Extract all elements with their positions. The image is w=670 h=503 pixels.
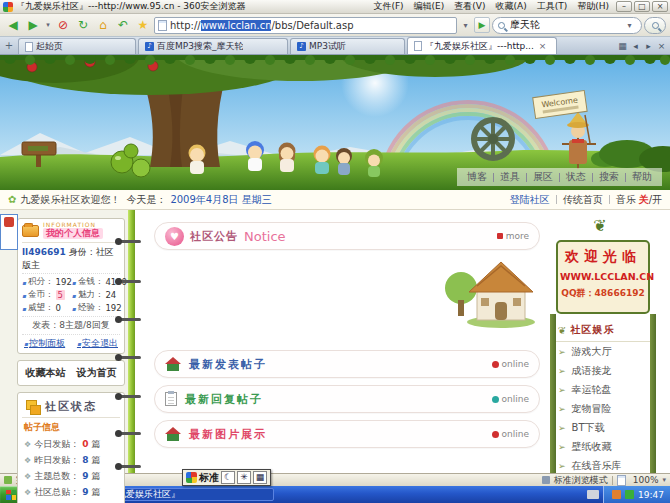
bookmark-site-link[interactable]: 收藏本站 bbox=[26, 366, 66, 380]
url-prefix: http:// bbox=[170, 20, 201, 31]
music-on-toggle[interactable]: /开 bbox=[649, 193, 662, 207]
tab-close-all-icon[interactable]: × bbox=[655, 41, 668, 51]
windows-flag-icon bbox=[6, 490, 16, 500]
user-info-panel: INFORMATION 我的个人信息 ll496691 身份：社区版主 ▪积分：… bbox=[17, 218, 125, 354]
music-off-toggle[interactable]: 关 bbox=[639, 193, 649, 207]
keyboard-tray-icon[interactable] bbox=[587, 490, 599, 499]
tab-list-icon[interactable]: ▦ bbox=[616, 41, 629, 51]
close-button[interactable]: × bbox=[652, 1, 668, 12]
search-icon bbox=[498, 22, 505, 29]
home-button[interactable]: ⌂ bbox=[94, 16, 112, 34]
minimize-button[interactable]: – bbox=[616, 1, 632, 12]
arrow-icon: ➢ bbox=[558, 404, 566, 414]
address-input[interactable]: http://www.lcclan.cn/bbs/Default.asp bbox=[154, 17, 457, 34]
menu-item-game-hall[interactable]: ➢游戏大厅 bbox=[556, 342, 650, 361]
flower-icon: ✿ bbox=[8, 194, 16, 205]
online-dot-icon bbox=[492, 396, 499, 403]
today-label: 今天是： bbox=[126, 193, 166, 207]
left-sidebar: INFORMATION 我的个人信息 ll496691 身份：社区版主 ▪积分：… bbox=[0, 210, 128, 473]
layout-button[interactable]: ▦ bbox=[253, 471, 267, 484]
logout-link[interactable]: ▪安全退出 bbox=[77, 337, 118, 350]
go-button[interactable]: ▶ bbox=[474, 17, 490, 33]
section-latest-replies[interactable]: 最新回复帖子 online bbox=[154, 385, 540, 413]
bullet-icon: ▪ bbox=[72, 279, 76, 286]
effects-button[interactable]: ✳ bbox=[237, 471, 251, 484]
mp3-site-icon: ♪ bbox=[297, 42, 306, 51]
menu-item-idiom-chain[interactable]: ➢成语接龙 bbox=[556, 361, 650, 380]
new-tab-button[interactable]: + bbox=[2, 39, 16, 53]
favorites-button[interactable]: ★ bbox=[134, 16, 152, 34]
floating-widget[interactable] bbox=[0, 214, 18, 250]
set-homepage-link[interactable]: 设为首页 bbox=[77, 366, 117, 380]
user-id[interactable]: ll496691 bbox=[22, 247, 66, 257]
menu-help[interactable]: 帮助(H) bbox=[572, 0, 614, 13]
tab-start-page[interactable]: 起始页 bbox=[18, 38, 136, 54]
banner-link-blog[interactable]: 博客 bbox=[467, 170, 487, 184]
search-dropdown-icon[interactable]: ▾ bbox=[623, 21, 636, 30]
address-dropdown-icon[interactable]: ▾ bbox=[459, 21, 472, 30]
control-panel-link[interactable]: ▪控制面板 bbox=[24, 337, 65, 350]
banner-link-props[interactable]: 道具 bbox=[500, 170, 520, 184]
online-dot-icon bbox=[492, 361, 499, 368]
house-icon bbox=[165, 357, 181, 371]
search-icon bbox=[652, 22, 659, 29]
banner-link-zone[interactable]: 展区 bbox=[533, 170, 553, 184]
night-mode-button[interactable]: ☾ bbox=[221, 471, 235, 484]
menu-item-bt-download[interactable]: ➢BT下载 bbox=[556, 418, 650, 437]
search-input[interactable] bbox=[508, 19, 620, 32]
arrow-icon: ➢ bbox=[558, 385, 566, 395]
tray-icon-2[interactable] bbox=[625, 490, 634, 499]
menu-item-music-library[interactable]: ➢在线音乐库 bbox=[556, 456, 650, 475]
banner-link-status[interactable]: 状态 bbox=[566, 170, 586, 184]
section-latest-images[interactable]: 最新图片展示 online bbox=[154, 420, 540, 448]
section-latest-posts[interactable]: 最新发表帖子 online bbox=[154, 350, 540, 378]
tab-scroll-right-icon[interactable]: ▸ bbox=[642, 41, 655, 51]
user-stats: ▪积分：192 ▪金钱：4190 ▪金币：5 ▪魅力：24 ▪威望：0 ▪经验：… bbox=[22, 273, 120, 314]
forward-button[interactable]: ▶ bbox=[24, 16, 42, 34]
menu-view[interactable]: 查看(V) bbox=[449, 0, 490, 13]
tab-mp3-listen[interactable]: ♪ MP3试听 bbox=[290, 38, 405, 54]
stop-button[interactable]: ⊘ bbox=[54, 16, 72, 34]
more-square-icon bbox=[497, 233, 503, 239]
notice-body bbox=[154, 254, 540, 350]
back-button[interactable]: ◀ bbox=[4, 16, 22, 34]
search-go-button[interactable] bbox=[644, 17, 666, 34]
refresh-button[interactable]: ↻ bbox=[74, 16, 92, 34]
clock[interactable]: 19:47 bbox=[638, 490, 664, 500]
maximize-button[interactable]: □ bbox=[634, 1, 650, 12]
menu-item-lucky-wheel[interactable]: ➢幸运轮盘 bbox=[556, 380, 650, 399]
browse-mode-text[interactable]: 标准浏览模式 bbox=[554, 474, 608, 487]
banner-link-help[interactable]: 帮助 bbox=[632, 170, 652, 184]
history-dropdown-icon[interactable]: ▾ bbox=[44, 16, 52, 34]
tab-scroll-left-icon[interactable]: ◂ bbox=[629, 41, 642, 51]
zoom-level[interactable]: 100% bbox=[633, 475, 659, 485]
status-panel-title: 社区状态 bbox=[45, 399, 97, 414]
menu-item-pet-adventure[interactable]: ➢宠物冒险 bbox=[556, 399, 650, 418]
undo-button[interactable]: ↶ bbox=[114, 16, 132, 34]
tray-icon-1[interactable] bbox=[612, 490, 621, 499]
menu-file[interactable]: 文件(F) bbox=[368, 0, 408, 13]
binder-pin bbox=[119, 280, 141, 283]
more-link[interactable]: more bbox=[506, 231, 529, 241]
stat-total-posts: ❖社区总贴：9篇 bbox=[22, 484, 120, 500]
menu-tools[interactable]: 工具(T) bbox=[532, 0, 573, 13]
status-panel-subtitle: 帖子信息 bbox=[24, 421, 120, 434]
arrow-icon: ➢ bbox=[558, 442, 566, 452]
url-selected: www.lcclan.cn bbox=[201, 20, 272, 31]
url-suffix: /bbs/Default.asp bbox=[271, 20, 353, 31]
tab-baidu-mp3[interactable]: ♪ 百度MP3搜索_摩天轮 bbox=[138, 38, 288, 54]
menu-favorites[interactable]: 收藏(A) bbox=[490, 0, 531, 13]
ironwork-flourish-icon: ❦ bbox=[552, 212, 654, 240]
menu-item-wallpaper[interactable]: ➢壁纸收藏 bbox=[556, 437, 650, 456]
tab-close-icon[interactable]: × bbox=[539, 41, 547, 51]
tab-community-active[interactable]: 『九爱娱乐社区』---http... × bbox=[407, 37, 557, 54]
notice-section-header[interactable]: ♥ 社区公告 Notice more bbox=[154, 222, 540, 250]
menu-edit[interactable]: 编辑(E) bbox=[409, 0, 450, 13]
classic-home-link[interactable]: 传统首页 bbox=[563, 193, 603, 207]
bullet-icon: ▪ bbox=[77, 340, 81, 347]
login-link[interactable]: 登陆社区 bbox=[510, 193, 550, 207]
zoom-dropdown-icon[interactable]: ▾ bbox=[662, 476, 666, 484]
mode-label: 标准 bbox=[199, 471, 219, 485]
community-status-panel: 社区状态 帖子信息 ❖今日发贴：0篇 ❖昨日发贴：8篇 ❖主题总数：9篇 ❖社区… bbox=[17, 392, 125, 503]
banner-link-search[interactable]: 搜索 bbox=[599, 170, 619, 184]
